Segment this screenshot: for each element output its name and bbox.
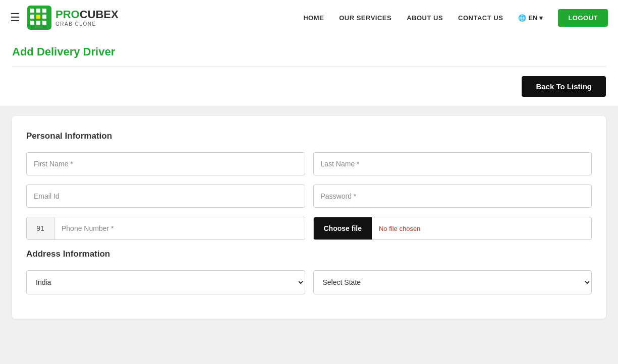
address-info-title: Address Information bbox=[26, 249, 592, 259]
phone-group: 91 bbox=[26, 217, 305, 240]
svg-rect-7 bbox=[36, 21, 40, 25]
file-upload-group: Choose file No file chosen bbox=[313, 217, 592, 240]
lang-label: EN bbox=[528, 14, 537, 22]
page-title: Add Delivery Driver bbox=[12, 45, 606, 67]
password-group bbox=[313, 185, 592, 208]
nav-our-services[interactable]: OUR SERVICES bbox=[339, 14, 391, 22]
language-selector[interactable]: 🌐 EN ▾ bbox=[518, 14, 543, 22]
form-card: Personal Information 91 bbox=[12, 116, 606, 319]
back-to-listing-button[interactable]: Back To Listing bbox=[522, 76, 606, 97]
last-name-group bbox=[313, 152, 592, 175]
phone-country-code: 91 bbox=[27, 217, 54, 239]
personal-info-title: Personal Information bbox=[26, 131, 592, 141]
svg-rect-4 bbox=[30, 15, 34, 19]
email-group bbox=[26, 185, 305, 208]
logo-text: PROCUBEX GRAB CLONE bbox=[55, 9, 119, 26]
svg-rect-2 bbox=[36, 9, 40, 13]
first-name-group bbox=[26, 152, 305, 175]
logout-button[interactable]: LOGOUT bbox=[558, 9, 608, 27]
phone-input[interactable] bbox=[54, 217, 305, 239]
logo-icon bbox=[27, 6, 51, 30]
file-status-text: No file chosen bbox=[372, 218, 427, 239]
navbar: ☰ PROCUBEX GRAB CLONE HOME OUR SERVICES … bbox=[0, 0, 618, 35]
lang-chevron-icon: ▾ bbox=[539, 14, 543, 22]
state-select[interactable]: Select State bbox=[313, 270, 592, 294]
svg-rect-8 bbox=[42, 21, 46, 25]
name-row bbox=[26, 152, 592, 175]
globe-icon: 🌐 bbox=[518, 14, 526, 22]
hamburger-menu[interactable]: ☰ bbox=[10, 11, 20, 24]
password-input[interactable] bbox=[313, 185, 592, 208]
form-area: Personal Information 91 bbox=[0, 106, 618, 339]
logo[interactable]: PROCUBEX GRAB CLONE bbox=[27, 6, 119, 30]
country-group: India bbox=[26, 270, 305, 294]
first-name-input[interactable] bbox=[26, 152, 305, 175]
nav-home[interactable]: HOME bbox=[303, 14, 324, 22]
email-password-row bbox=[26, 185, 592, 208]
svg-rect-9 bbox=[36, 15, 40, 19]
page-actions: Back To Listing bbox=[0, 67, 618, 106]
nav-contact-us[interactable]: CONTACT US bbox=[458, 14, 503, 22]
svg-rect-3 bbox=[42, 9, 46, 13]
phone-file-row: 91 Choose file No file chosen bbox=[26, 217, 592, 240]
choose-file-button[interactable]: Choose file bbox=[314, 217, 372, 239]
last-name-input[interactable] bbox=[313, 152, 592, 175]
nav-about-us[interactable]: ABOUT US bbox=[407, 14, 443, 22]
svg-rect-5 bbox=[42, 15, 46, 19]
svg-rect-6 bbox=[30, 21, 34, 25]
svg-rect-1 bbox=[30, 9, 34, 13]
page-header: Add Delivery Driver bbox=[0, 35, 618, 67]
country-select[interactable]: India bbox=[26, 270, 305, 294]
country-state-row: India Select State bbox=[26, 270, 592, 294]
address-section: Address Information India Select State bbox=[26, 249, 592, 294]
main-nav: HOME OUR SERVICES ABOUT US CONTACT US 🌐 … bbox=[303, 9, 608, 27]
email-input[interactable] bbox=[26, 185, 305, 208]
state-group: Select State bbox=[313, 270, 592, 294]
